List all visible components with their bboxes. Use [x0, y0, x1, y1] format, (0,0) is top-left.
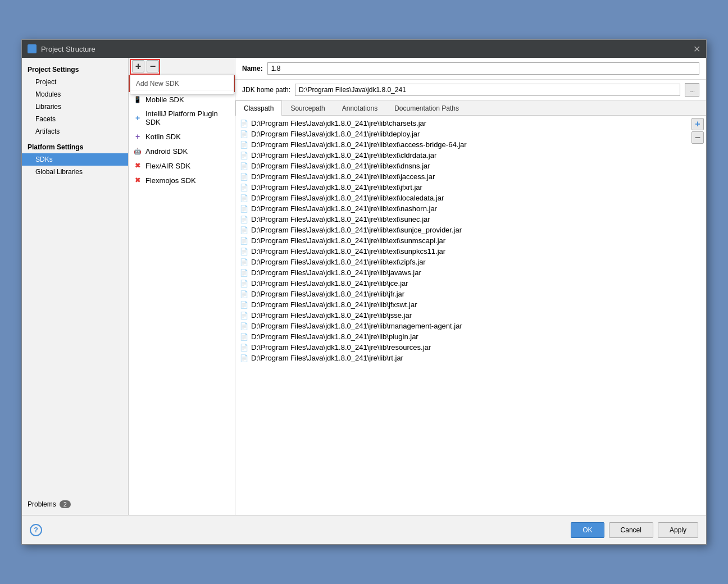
classpath-area: 📄D:\Program Files\Java\jdk1.8.0_241\jre\…	[235, 116, 706, 515]
sdk-item-kotlin[interactable]: + Kotlin SDK	[129, 129, 235, 144]
classpath-item-path: D:\Program Files\Java\jdk1.8.0_241\jre\l…	[251, 151, 436, 159]
name-input[interactable]	[267, 62, 699, 75]
classpath-item[interactable]: 📄D:\Program Files\Java\jdk1.8.0_241\jre\…	[235, 310, 689, 321]
jar-icon: 📄	[240, 333, 248, 341]
classpath-add-button[interactable]: +	[691, 118, 704, 130]
jar-icon: 📄	[240, 354, 248, 362]
dialog-body: Project Settings Project Modules Librari…	[22, 58, 706, 515]
classpath-item[interactable]: 📄D:\Program Files\Java\jdk1.8.0_241\jre\…	[235, 129, 689, 139]
ok-button[interactable]: OK	[571, 522, 604, 538]
jdk-path-row: JDK home path: …	[235, 80, 706, 101]
sidebar-item-global-libraries[interactable]: Global Libraries	[22, 166, 128, 178]
classpath-item[interactable]: 📄D:\Program Files\Java\jdk1.8.0_241\jre\…	[235, 267, 689, 278]
classpath-item[interactable]: 📄D:\Program Files\Java\jdk1.8.0_241\jre\…	[235, 342, 689, 353]
classpath-item[interactable]: 📄D:\Program Files\Java\jdk1.8.0_241\jre\…	[235, 278, 689, 289]
classpath-item-path: D:\Program Files\Java\jdk1.8.0_241\jre\l…	[251, 236, 445, 245]
classpath-item-path: D:\Program Files\Java\jdk1.8.0_241\jre\l…	[251, 204, 437, 213]
classpath-remove-button[interactable]: −	[691, 131, 704, 144]
classpath-item[interactable]: 📄D:\Program Files\Java\jdk1.8.0_241\jre\…	[235, 193, 689, 203]
classpath-item[interactable]: 📄D:\Program Files\Java\jdk1.8.0_241\jre\…	[235, 182, 689, 193]
add-sdk-dropdown: Add New SDK	[130, 75, 234, 94]
jar-icon: 📄	[240, 237, 248, 245]
classpath-item[interactable]: 📄D:\Program Files\Java\jdk1.8.0_241\jre\…	[235, 214, 689, 225]
classpath-item-path: D:\Program Files\Java\jdk1.8.0_241\jre\l…	[251, 300, 417, 309]
apply-button[interactable]: Apply	[658, 522, 698, 538]
bottom-bar: ? OK Cancel Apply	[22, 515, 706, 544]
tab-documentation-paths[interactable]: Documentation Paths	[386, 101, 467, 116]
sdk-item-intellij[interactable]: + IntelliJ Platform Plugin SDK	[129, 107, 235, 129]
jar-icon: 📄	[240, 258, 248, 266]
tab-classpath[interactable]: Classpath	[235, 101, 282, 116]
add-sdk-header: Add New SDK	[130, 77, 234, 90]
classpath-item[interactable]: 📄D:\Program Files\Java\jdk1.8.0_241\jre\…	[235, 331, 689, 342]
classpath-item-path: D:\Program Files\Java\jdk1.8.0_241\jre\l…	[251, 354, 403, 362]
jdk-home-input[interactable]	[295, 84, 680, 96]
jdk-home-label: JDK home path:	[242, 86, 290, 94]
sidebar-item-artifacts[interactable]: Artifacts	[22, 125, 128, 138]
sdk-item-android-label: Android SDK	[145, 147, 188, 156]
classpath-item-path: D:\Program Files\Java\jdk1.8.0_241\jre\l…	[251, 268, 421, 277]
classpath-item[interactable]: 📄D:\Program Files\Java\jdk1.8.0_241\jre\…	[235, 299, 689, 310]
sdk-item-android[interactable]: 🤖 Android SDK	[129, 144, 235, 158]
tab-sourcepath[interactable]: Sourcepath	[282, 101, 333, 116]
classpath-item[interactable]: 📄D:\Program Files\Java\jdk1.8.0_241\jre\…	[235, 321, 689, 331]
sdk-item-flex-label: Flex/AIR SDK	[145, 162, 190, 170]
jar-icon: 📄	[240, 173, 248, 181]
sdk-item-flex[interactable]: ✖ Flex/AIR SDK	[129, 158, 235, 173]
classpath-item[interactable]: 📄D:\Program Files\Java\jdk1.8.0_241\jre\…	[235, 118, 689, 129]
classpath-item[interactable]: 📄D:\Program Files\Java\jdk1.8.0_241\jre\…	[235, 161, 689, 171]
sdk-item-flexmojos[interactable]: ✖ Flexmojos SDK	[129, 173, 235, 188]
name-row: Name:	[235, 58, 706, 80]
cancel-button[interactable]: Cancel	[609, 522, 653, 538]
classpath-item-path: D:\Program Files\Java\jdk1.8.0_241\jre\l…	[251, 172, 435, 181]
action-buttons: OK Cancel Apply	[571, 522, 698, 538]
add-sdk-button[interactable]: +	[132, 60, 144, 72]
classpath-item[interactable]: 📄D:\Program Files\Java\jdk1.8.0_241\jre\…	[235, 225, 689, 235]
jar-icon: 📄	[240, 152, 248, 159]
classpath-item-path: D:\Program Files\Java\jdk1.8.0_241\jre\l…	[251, 215, 430, 223]
classpath-item[interactable]: 📄D:\Program Files\Java\jdk1.8.0_241\jre\…	[235, 289, 689, 299]
jar-icon: 📄	[240, 205, 248, 213]
classpath-item[interactable]: 📄D:\Program Files\Java\jdk1.8.0_241\jre\…	[235, 235, 689, 246]
classpath-item[interactable]: 📄D:\Program Files\Java\jdk1.8.0_241\jre\…	[235, 139, 689, 150]
classpath-item[interactable]: 📄D:\Program Files\Java\jdk1.8.0_241\jre\…	[235, 203, 689, 214]
jar-icon: 📄	[240, 312, 248, 320]
problems-row[interactable]: Problems 2	[22, 496, 128, 510]
classpath-item-path: D:\Program Files\Java\jdk1.8.0_241\jre\l…	[251, 332, 418, 341]
sdk-item-intellij-label: IntelliJ Platform Plugin SDK	[145, 110, 230, 126]
jar-icon: 📄	[240, 226, 248, 234]
sidebar-item-modules[interactable]: Modules	[22, 88, 128, 101]
browse-button[interactable]: …	[685, 83, 699, 97]
remove-sdk-button[interactable]: −	[147, 60, 159, 72]
help-button[interactable]: ?	[30, 524, 42, 536]
flexmojos-icon: ✖	[133, 176, 142, 185]
jar-icon: 📄	[240, 322, 248, 330]
classpath-item[interactable]: 📄D:\Program Files\Java\jdk1.8.0_241\jre\…	[235, 150, 689, 161]
sidebar-item-facets[interactable]: Facets	[22, 113, 128, 125]
classpath-item-path: D:\Program Files\Java\jdk1.8.0_241\jre\l…	[251, 258, 426, 266]
classpath-list: 📄D:\Program Files\Java\jdk1.8.0_241\jre\…	[235, 116, 689, 515]
classpath-item-path: D:\Program Files\Java\jdk1.8.0_241\jre\l…	[251, 194, 444, 202]
close-button[interactable]: ✕	[693, 45, 700, 53]
sidebar-item-libraries[interactable]: Libraries	[22, 101, 128, 113]
android-icon: 🤖	[133, 147, 142, 156]
jar-icon: 📄	[240, 194, 248, 202]
jar-icon: 📄	[240, 162, 248, 170]
classpath-item[interactable]: 📄D:\Program Files\Java\jdk1.8.0_241\jre\…	[235, 257, 689, 267]
classpath-item-path: D:\Program Files\Java\jdk1.8.0_241\jre\l…	[251, 162, 430, 170]
sidebar-item-sdks[interactable]: SDKs	[22, 153, 128, 166]
tab-annotations[interactable]: Annotations	[334, 101, 386, 116]
sidebar-item-project[interactable]: Project	[22, 76, 128, 88]
sdk-panel: + − Add New SDK ☕	[129, 58, 235, 515]
jar-icon: 📄	[240, 141, 248, 149]
classpath-item[interactable]: 📄D:\Program Files\Java\jdk1.8.0_241\jre\…	[235, 353, 689, 363]
mobile-icon: 📱	[133, 95, 142, 104]
sdk-item-kotlin-label: Kotlin SDK	[145, 133, 181, 141]
project-structure-dialog: Project Structure ✕ Project Settings Pro…	[21, 39, 707, 545]
jar-icon: 📄	[240, 280, 248, 288]
classpath-item[interactable]: 📄D:\Program Files\Java\jdk1.8.0_241\jre\…	[235, 171, 689, 182]
classpath-item-path: D:\Program Files\Java\jdk1.8.0_241\jre\l…	[251, 279, 408, 288]
classpath-item-path: D:\Program Files\Java\jdk1.8.0_241\jre\l…	[251, 119, 426, 127]
sdk-item-mobile-label: Mobile SDK	[145, 95, 184, 104]
classpath-item[interactable]: 📄D:\Program Files\Java\jdk1.8.0_241\jre\…	[235, 246, 689, 257]
